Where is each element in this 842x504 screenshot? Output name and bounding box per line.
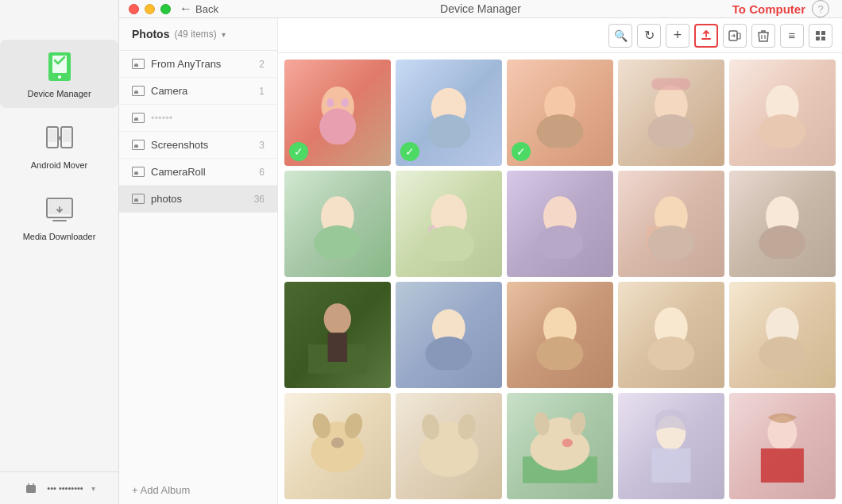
nav-item-hidden[interactable]: •••••• [119,105,277,132]
photo-item[interactable] [618,282,724,388]
minimize-button[interactable] [145,4,155,14]
back-button[interactable]: ← Back [180,2,218,16]
svg-point-71 [562,439,573,448]
nav-item-label: photos [151,193,254,205]
traffic-lights [129,4,171,14]
photo-item[interactable] [729,60,836,166]
svg-rect-14 [737,33,740,39]
svg-point-11 [33,483,34,485]
photo-item[interactable] [507,393,613,499]
photo-item[interactable]: ✓ [284,60,391,166]
photo-item[interactable] [396,282,502,388]
svg-rect-75 [761,448,804,483]
photo-person-park [308,292,367,377]
album-icon [132,113,145,123]
grid-view-icon [815,30,826,41]
sidebar-item-media-downloader[interactable]: Media Downloader [0,183,118,251]
photo-dog [300,409,375,483]
photo-face [642,78,701,147]
photo-item[interactable] [729,282,836,388]
photo-item[interactable] [729,393,836,499]
svg-rect-12 [701,38,711,40]
photo-item[interactable] [284,171,391,277]
refresh-icon: ↻ [644,28,655,43]
svg-rect-17 [816,31,820,35]
help-icon: ? [817,3,823,15]
photo-face [308,189,367,258]
svg-point-50 [426,337,473,369]
photo-dog [411,409,486,483]
photo-item[interactable] [618,60,724,166]
photo-item[interactable] [507,171,613,277]
nav-header-dropdown-icon[interactable]: ▾ [222,30,226,39]
to-computer-button[interactable] [694,24,718,48]
nav-item-label: Camera [151,85,259,97]
photos-grid: ✓ ✓ [278,53,842,504]
svg-point-31 [648,114,695,147]
sidebar-bottom-text: ••• •••••••• [47,483,83,493]
help-button[interactable]: ? [812,0,829,17]
sidebar-bottom-arrow[interactable]: ▾ [91,484,95,493]
refresh-button[interactable]: ↻ [637,24,661,48]
svg-point-24 [319,108,356,144]
photo-woman [753,300,812,369]
add-icon: + [674,27,682,44]
search-button[interactable]: 🔍 [608,24,632,48]
photo-item[interactable] [284,393,391,499]
close-button[interactable] [129,4,139,14]
photo-item[interactable] [618,393,724,499]
photo-item[interactable] [618,171,724,277]
photo-item[interactable] [729,171,836,277]
sidebar-bottom-bar: ••• •••••••• ▾ [0,471,118,504]
photo-item[interactable] [284,282,391,388]
nav-header-count: (49 items) [174,29,216,40]
grid-view-button[interactable] [809,24,832,48]
svg-point-33 [759,114,806,147]
nav-item-from-anytrans[interactable]: From AnyTrans 2 [119,51,277,78]
add-album-button[interactable]: + Add Album [119,475,277,504]
nav-item-photos[interactable]: photos 36 [119,186,277,213]
nav-item-count: 2 [259,59,265,70]
delete-button[interactable] [751,24,775,48]
titlebar: ← Back Device Manager To Computer ? [119,0,842,18]
svg-point-28 [537,114,584,147]
to-device-button[interactable] [723,24,747,48]
add-button[interactable]: + [666,24,689,48]
nav-item-count: 36 [254,194,265,205]
nav-item-label: •••••• [151,112,265,124]
photo-face [531,78,589,147]
back-arrow-icon: ← [180,2,192,16]
list-view-button[interactable]: ≡ [780,24,804,48]
download-to-device-icon [728,29,741,42]
photo-face [419,78,478,147]
sidebar-item-device-manager[interactable]: Device Manager [0,40,118,108]
nav-item-count: 3 [259,140,265,151]
sidebar-item-android-mover-label: Android Mover [31,160,88,170]
svg-rect-73 [651,448,690,483]
maximize-button[interactable] [160,4,171,14]
album-icon [132,59,145,69]
nav-item-cameraroll[interactable]: CameraRoll 6 [119,159,277,186]
svg-point-40 [537,225,584,258]
photo-item[interactable]: ✓ [396,60,502,166]
photo-face [531,189,589,258]
svg-point-45 [759,225,806,258]
svg-point-61 [331,437,344,448]
photo-item[interactable] [396,393,502,499]
photo-item[interactable]: ✿ [396,171,502,277]
photo-face: ✿ [417,187,481,261]
sidebar-item-android-mover[interactable]: Android Mover [0,111,118,179]
device-manager-icon [42,49,77,84]
nav-item-camera[interactable]: Camera 1 [119,78,277,105]
svg-point-23 [342,98,349,107]
photo-face [753,189,812,258]
sidebar-item-device-manager-label: Device Manager [27,89,91,98]
svg-rect-30 [651,79,690,90]
photo-item[interactable] [507,282,613,388]
nav-item-screenshots[interactable]: Screenshots 3 [119,132,277,159]
titlebar-right: To Computer ? [732,0,829,17]
svg-point-26 [427,114,470,147]
nav-header-title: Photos [132,28,169,40]
photo-item[interactable]: ✓ [507,60,613,166]
photo-boy [419,300,478,369]
